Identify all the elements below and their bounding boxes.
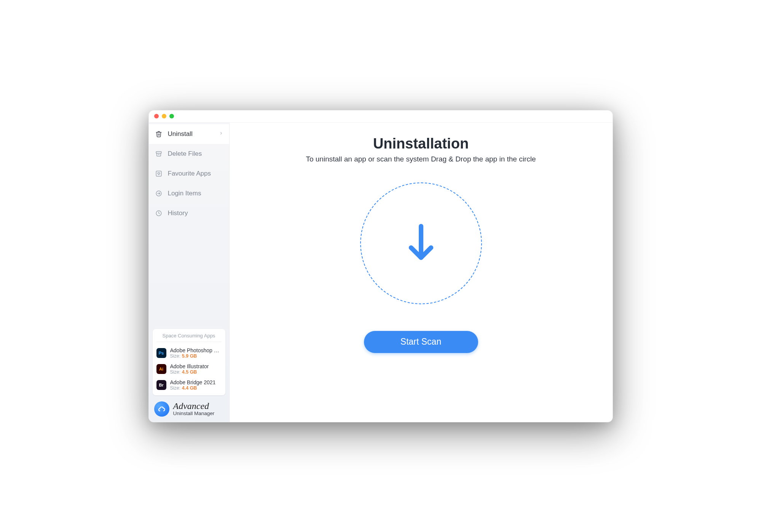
heart-box-icon	[155, 170, 163, 177]
sidebar-item-favourite-apps[interactable]: Favourite Apps	[149, 164, 229, 184]
svg-rect-0	[156, 152, 161, 153]
maximize-icon[interactable]	[169, 114, 174, 118]
app-icon-ai: Ai	[156, 364, 166, 374]
brand: Advanced Uninstall Manager	[149, 398, 229, 422]
login-arrow-icon	[155, 190, 163, 197]
app-window: Uninstall Delete Files Favourite Apps	[148, 110, 613, 422]
trash-icon	[155, 130, 163, 138]
sidebar-item-label: Uninstall	[168, 130, 214, 138]
sidebar-item-label: Favourite Apps	[168, 170, 223, 177]
app-icon-br: Br	[156, 380, 166, 390]
brand-title: Advanced	[173, 401, 215, 411]
clock-icon	[155, 209, 163, 217]
list-item[interactable]: Ps Adobe Photoshop 2… Size: 5.9 GB	[156, 345, 222, 361]
list-item[interactable]: Ai Adobe Illustrator Size: 4.5 GB	[156, 361, 222, 377]
sidebar-item-label: Delete Files	[168, 150, 223, 158]
brand-subtitle: Uninstall Manager	[173, 411, 215, 416]
arrow-down-icon	[404, 220, 438, 266]
start-scan-button[interactable]: Start Scan	[364, 331, 478, 353]
minimize-icon[interactable]	[162, 114, 166, 118]
titlebar	[149, 110, 613, 123]
page-subtitle: To uninstall an app or scan the system D…	[306, 155, 536, 163]
sidebar: Uninstall Delete Files Favourite Apps	[149, 123, 230, 422]
archive-icon	[155, 150, 163, 158]
list-item[interactable]: Br Adobe Bridge 2021 Size: 4.4 GB	[156, 377, 222, 393]
svg-rect-2	[156, 171, 161, 176]
sidebar-item-label: History	[168, 209, 223, 217]
page-title: Uninstallation	[373, 136, 469, 152]
space-consuming-card: Space Consuming Apps Ps Adobe Photoshop …	[153, 329, 225, 395]
sidebar-item-history[interactable]: History	[149, 203, 229, 223]
dropzone[interactable]	[360, 182, 482, 304]
sidebar-item-label: Login Items	[168, 190, 223, 197]
chevron-right-icon	[219, 130, 223, 138]
app-name: Adobe Bridge 2021	[170, 379, 222, 385]
main-panel: Uninstallation To uninstall an app or sc…	[230, 123, 613, 422]
sidebar-item-uninstall[interactable]: Uninstall	[149, 124, 229, 144]
brand-logo-icon	[154, 401, 169, 417]
nav: Uninstall Delete Files Favourite Apps	[149, 123, 229, 223]
app-icon-ps: Ps	[156, 348, 166, 358]
close-icon[interactable]	[154, 114, 159, 118]
card-title: Space Consuming Apps	[156, 333, 222, 342]
app-name: Adobe Photoshop 2…	[170, 347, 222, 353]
app-name: Adobe Illustrator	[170, 363, 222, 369]
app-size: Size: 4.4 GB	[170, 385, 222, 391]
sidebar-item-login-items[interactable]: Login Items	[149, 184, 229, 203]
app-size: Size: 5.9 GB	[170, 353, 222, 359]
app-size: Size: 4.5 GB	[170, 369, 222, 375]
sidebar-item-delete-files[interactable]: Delete Files	[149, 144, 229, 164]
